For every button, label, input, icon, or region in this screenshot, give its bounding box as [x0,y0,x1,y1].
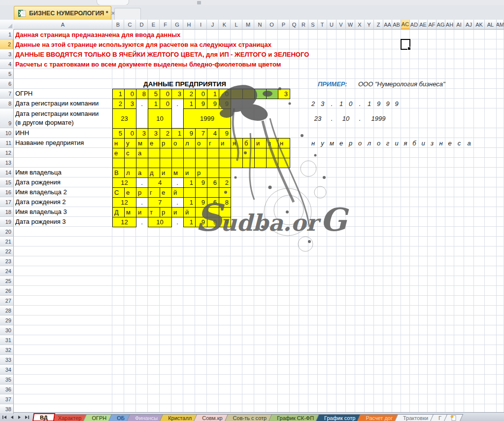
cell-G18[interactable]: и [171,207,184,217]
cell-K10[interactable]: 9 [219,128,231,139]
sheet-tab-Характер[interactable]: Характер [51,414,89,421]
column-header-V[interactable]: V [336,20,346,30]
cell-I19[interactable]: 9 [195,217,207,227]
cell-F13[interactable] [160,158,172,168]
column-header-T[interactable]: T [318,20,327,30]
row-header-10[interactable]: 10 [0,128,14,138]
new-document-tab[interactable] [114,8,141,20]
row-header-36[interactable]: 36 [0,385,14,394]
cell-G13[interactable] [171,158,184,168]
row-header-33[interactable]: 33 [0,355,14,365]
column-header-AD[interactable]: AD [410,20,419,30]
cell-B17[interactable]: 12 [112,197,136,208]
cell-K15[interactable]: 2 [219,177,231,188]
cell-G12[interactable] [171,148,184,158]
row-header-15[interactable]: 15 [0,177,14,187]
cell-K11[interactable]: и [219,138,231,148]
cell-E9[interactable]: 10 [148,108,172,129]
cell-H9[interactable]: 1999 [183,108,231,129]
cell-E7[interactable]: 5 [148,89,160,99]
cell-I16[interactable] [195,187,207,198]
row-header-7[interactable]: 7 [0,89,14,99]
column-header-S[interactable]: S [308,20,318,30]
cell-O11[interactable]: з [266,138,278,148]
row-header-11[interactable]: 11 [0,138,14,148]
cell-O7[interactable] [266,89,278,99]
cell-H18[interactable]: й [183,207,196,217]
sheet-tab-График сотр[interactable]: График сотр [317,414,362,421]
cell-F7[interactable]: 0 [160,89,172,99]
column-header-C[interactable]: C [124,20,136,30]
column-header-M[interactable]: M [242,20,254,30]
cell-I15[interactable]: 9 [195,177,207,188]
row-header-37[interactable]: 37 [0,394,14,404]
row-header-29[interactable]: 29 [0,316,14,325]
cell-H19[interactable]: 1 [183,217,196,227]
cell-L11[interactable]: я [231,138,243,148]
cell-B14[interactable]: В [112,168,125,178]
row-header-17[interactable]: 17 [0,197,14,207]
row-header-16[interactable]: 16 [0,187,14,197]
cell-I12[interactable] [195,148,207,158]
cell-D13[interactable] [136,158,148,168]
cell-D16[interactable]: р [136,187,148,198]
column-header-AG[interactable]: AG [437,20,445,30]
cell-B8[interactable]: 2 [112,99,125,109]
cell-B13[interactable] [112,158,125,168]
cell-B15[interactable]: 12 [112,177,136,188]
row-header-1[interactable]: 1 [0,30,14,39]
cell-P7[interactable]: 3 [278,89,290,99]
cell-M13[interactable] [242,158,255,168]
cell-G16[interactable]: й [171,187,184,198]
cell-H17[interactable]: 1 [183,197,196,208]
cell-M11[interactable]: б [242,138,255,148]
cell-K7[interactable]: 0 [219,89,231,99]
column-header-AC[interactable]: AC [401,20,410,30]
cell-B9[interactable]: 23 [112,108,136,129]
column-header-X[interactable]: X [355,20,365,30]
cell-H16[interactable] [183,187,196,198]
cell-J15[interactable]: 6 [207,177,219,188]
cell-I18[interactable] [195,207,207,217]
column-header-Z[interactable]: Z [374,20,383,30]
cell-E8[interactable]: 1 [148,99,160,109]
cell-C8[interactable]: 3 [124,99,136,109]
column-header-AJ[interactable]: AJ [464,20,474,30]
cell-D7[interactable]: 8 [136,89,148,99]
sheet-tab-Трактовки[interactable]: Трактовки [396,414,435,421]
cell-N12[interactable] [254,148,267,158]
cell-K17[interactable]: 8 [219,197,231,208]
cell-B18[interactable]: Д [112,207,125,217]
column-header-N[interactable]: N [254,20,266,30]
cell-H12[interactable] [183,148,196,158]
row-header-27[interactable]: 27 [0,296,14,306]
cell-O13[interactable] [266,158,278,168]
column-header-H[interactable]: H [183,20,195,30]
column-header-D[interactable]: D [136,20,148,30]
document-tab-active[interactable]: БИЗНЕС НУМЕРОЛОГИЯ * × [14,6,111,20]
sheet-tab-ВД[interactable]: ВД [33,413,55,421]
cell-J14[interactable] [207,168,219,178]
cell-D11[interactable]: м [136,138,148,148]
sheet-tab-Совм.кр[interactable]: Совм.кр [195,414,229,421]
insert-worksheet-tab[interactable] [445,414,462,421]
cell-B12[interactable]: е [112,148,125,158]
column-header-Q[interactable]: Q [290,20,299,30]
cell-E19[interactable]: 10 [148,217,172,227]
cell-F11[interactable]: р [160,138,172,148]
cell-C7[interactable]: 0 [124,89,136,99]
sheet-tab-Финансы[interactable]: Финансы [128,414,165,421]
cell-G11[interactable]: о [171,138,184,148]
row-header-12[interactable]: 12 [0,148,14,158]
cell-C16[interactable]: е [124,187,136,198]
column-header-Y[interactable]: Y [365,20,374,30]
cell-N13[interactable] [254,158,267,168]
column-header-AH[interactable]: AH [445,20,454,30]
cell-D14[interactable]: а [136,168,148,178]
cell-E15[interactable]: 4 [148,177,172,188]
row-header-38[interactable]: 38 [0,404,14,414]
cell-P13[interactable] [278,158,290,168]
cell-E11[interactable]: е [148,138,160,148]
cell-L7[interactable] [231,89,243,99]
cell-G7[interactable]: 3 [171,89,184,99]
